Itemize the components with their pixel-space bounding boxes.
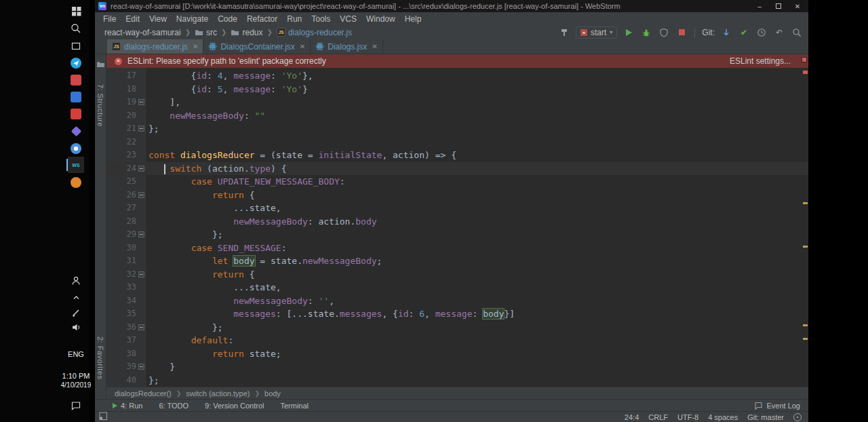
tool-window-toggle-button[interactable]: [99, 411, 108, 422]
code-line-32[interactable]: 32 return {: [106, 268, 808, 282]
taskbar-search-button[interactable]: [68, 20, 84, 37]
code-line-24[interactable]: 24 switch (action.type) {: [106, 162, 808, 176]
code-line-34[interactable]: 34 newMessageBody: '',: [106, 294, 808, 308]
code-line-23[interactable]: 23const dialogsReducer = (state = initia…: [106, 149, 808, 162]
version-control-tool-button[interactable]: 9: Version Control: [205, 402, 264, 410]
breadcrumb-file[interactable]: JS dialogs-reducer.js: [277, 28, 352, 37]
start-button[interactable]: [68, 3, 84, 19]
code-line-26[interactable]: 26 return {: [106, 189, 808, 202]
pinned-app-blue[interactable]: [68, 89, 84, 105]
show-hidden-icons-button[interactable]: [68, 289, 84, 305]
code-line-38[interactable]: 38 return state;: [106, 347, 808, 361]
code-line-29[interactable]: 29 };: [106, 228, 808, 242]
menu-run[interactable]: Run: [282, 14, 307, 24]
structure-tool-button[interactable]: 7: Structure: [96, 84, 104, 127]
code-line-25[interactable]: 25 case UPDATE_NEW_MESSAGE_BODY:: [106, 175, 808, 189]
maximize-button[interactable]: [769, 0, 788, 12]
fold-marker-icon[interactable]: [138, 324, 144, 330]
file-encoding[interactable]: UTF-8: [677, 413, 698, 421]
windows-ink-button[interactable]: [68, 304, 84, 320]
code-line-21[interactable]: 21};: [106, 122, 808, 136]
code-line-35[interactable]: 35 messages: [...state.messages, {id: 6,…: [106, 307, 808, 321]
inspections-indicator-icon[interactable]: [793, 413, 802, 421]
rollback-button[interactable]: ↶: [773, 26, 785, 39]
menu-tools[interactable]: Tools: [307, 14, 335, 24]
tab-dialogscontainer-jsx[interactable]: DialogsContainer.jsx ✕: [203, 39, 311, 54]
code-line-17[interactable]: 17 {id: 4, message: 'Yo'},: [106, 69, 808, 83]
coverage-button[interactable]: [658, 26, 670, 39]
breadcrumb-redux[interactable]: redux: [231, 28, 262, 37]
pinned-app-red[interactable]: [68, 72, 84, 88]
commit-button[interactable]: ✔: [738, 26, 750, 39]
task-view-button[interactable]: [68, 38, 84, 54]
menu-code[interactable]: Code: [213, 14, 242, 24]
minimize-button[interactable]: –: [750, 0, 769, 12]
code-line-31[interactable]: 31 let body = state.newMessageBody;: [106, 254, 808, 268]
breadcrumb-function[interactable]: dialogsReducer(): [115, 389, 172, 398]
breadcrumb-src[interactable]: src: [195, 28, 217, 37]
indent-style[interactable]: 4 spaces: [708, 413, 738, 421]
breadcrumb-body[interactable]: body: [264, 389, 281, 398]
update-project-button[interactable]: [720, 26, 732, 39]
debug-button[interactable]: [640, 26, 652, 39]
fold-marker-icon[interactable]: [138, 126, 144, 132]
code-line-27[interactable]: 27 ...state,: [106, 202, 808, 215]
favorites-tool-button[interactable]: 2: Favorites: [96, 337, 104, 379]
breadcrumb-switch[interactable]: switch (action.type): [186, 389, 250, 398]
breadcrumb-project[interactable]: react-way-of-samurai: [104, 28, 181, 37]
fold-marker-icon[interactable]: [138, 99, 144, 105]
code-line-36[interactable]: 36 };: [106, 321, 808, 334]
menu-navigate[interactable]: Navigate: [172, 14, 213, 24]
error-stripe-mark[interactable]: [803, 324, 808, 326]
pinned-app-browser[interactable]: [68, 140, 84, 157]
tab-dialogs-jsx[interactable]: Dialogs.jsx ✕: [311, 39, 382, 54]
code-line-28[interactable]: 28 newMessageBody: action.body: [106, 215, 808, 229]
menu-window[interactable]: Window: [361, 14, 400, 24]
history-button[interactable]: [755, 26, 768, 39]
close-tab-icon[interactable]: ✕: [372, 43, 377, 50]
fold-marker-icon[interactable]: [138, 166, 144, 172]
menu-refactor[interactable]: Refactor: [242, 14, 282, 24]
code-line-18[interactable]: 18 {id: 5, message: 'Yo'}: [106, 83, 808, 96]
fold-marker-icon[interactable]: [138, 231, 144, 237]
volume-button[interactable]: [68, 319, 84, 335]
eslint-settings-link[interactable]: ESLint settings...: [730, 56, 800, 66]
project-tool-button[interactable]: [96, 59, 105, 71]
todo-tool-button[interactable]: 6: TODO: [159, 402, 189, 410]
people-button[interactable]: [68, 273, 84, 289]
run-configuration-select[interactable]: n start ▾: [576, 26, 617, 39]
code-line-40[interactable]: 40};: [106, 374, 808, 387]
git-branch[interactable]: Git: master: [747, 413, 784, 421]
run-tool-button[interactable]: 4: Run: [113, 402, 142, 410]
pinned-app-telegram[interactable]: [68, 55, 84, 71]
taskbar-app-webstorm[interactable]: WS: [68, 157, 84, 173]
code-line-33[interactable]: 33 ...state,: [106, 281, 808, 294]
pinned-app-red-2[interactable]: [68, 106, 84, 122]
action-center-button[interactable]: [68, 398, 84, 414]
fold-marker-icon[interactable]: [138, 364, 144, 370]
menu-edit[interactable]: Edit: [121, 14, 144, 24]
code-line-20[interactable]: 20 newMessageBody: "": [106, 109, 808, 123]
run-button[interactable]: [623, 26, 635, 39]
code-line-37[interactable]: 37 default:: [106, 334, 808, 347]
caret-position[interactable]: 24:4: [625, 413, 639, 421]
code-editor[interactable]: 17 {id: 4, message: 'Yo'},18 {id: 5, mes…: [106, 68, 808, 387]
error-stripe-mark[interactable]: [803, 338, 808, 340]
build-button[interactable]: [558, 26, 570, 39]
fold-marker-icon[interactable]: [138, 192, 144, 198]
tab-dialogs-reducer-js[interactable]: JS dialogs-reducer.js ✕: [107, 39, 203, 54]
menu-help[interactable]: Help: [400, 14, 427, 24]
close-tab-icon[interactable]: ✕: [300, 43, 305, 50]
inspection-status-icon[interactable]: [802, 57, 807, 62]
clock-date[interactable]: 4/10/2019: [54, 381, 98, 389]
pinned-app-orange[interactable]: [68, 174, 84, 191]
error-stripe-mark[interactable]: [803, 202, 808, 204]
code-line-30[interactable]: 30 case SEND_MESSAGE:: [106, 242, 808, 255]
fold-marker-icon[interactable]: [138, 271, 144, 277]
code-line-22[interactable]: 22: [106, 136, 808, 149]
close-button[interactable]: ✕: [788, 0, 807, 12]
search-everywhere-button[interactable]: [791, 26, 803, 39]
language-indicator[interactable]: ENG: [54, 350, 98, 358]
terminal-tool-button[interactable]: Terminal: [280, 402, 309, 410]
clock-time[interactable]: 1:10 PM: [54, 372, 98, 380]
